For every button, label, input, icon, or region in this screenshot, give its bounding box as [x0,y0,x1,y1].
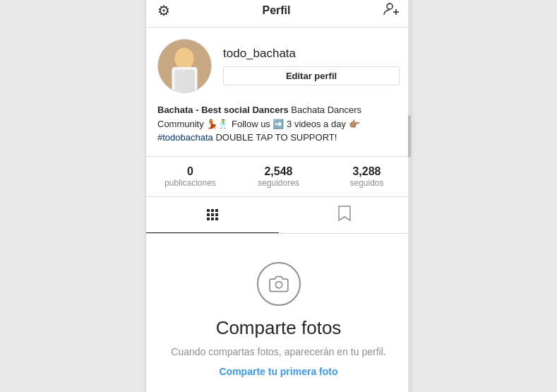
scrollbar-track [408,0,411,392]
svg-point-4 [174,48,193,70]
tab-grid[interactable] [146,197,279,233]
svg-point-8 [275,281,282,287]
stat-followers[interactable]: 2,548 seguidores [234,165,323,188]
settings-icon[interactable]: ⚙ [157,2,170,19]
username: todo_bachata [223,47,400,61]
bio-bold: Bachata - Best social Dancers [157,105,289,115]
svg-point-0 [387,4,393,9]
profile-top: todo_bachata Editar perfil [157,39,400,93]
bookmark-icon [338,206,351,225]
grid-icon [207,209,218,220]
hashtag-link[interactable]: #todobachata [157,132,213,143]
stat-following-number: 3,288 [323,165,411,178]
header-title: Perfil [262,4,290,17]
bio: Bachata - Best social Dancers Bachata Da… [157,103,400,145]
tab-saved[interactable] [279,197,412,233]
empty-state: Comparte fotos Cuando compartas fotos, a… [146,234,411,392]
svg-rect-7 [184,70,195,93]
stat-publications[interactable]: 0 publicaciones [146,165,234,188]
svg-rect-6 [174,70,185,93]
empty-title: Comparte fotos [216,317,342,339]
share-first-photo-link[interactable]: Comparte tu primera foto [219,366,337,377]
stat-publications-number: 0 [146,165,234,178]
stat-publications-label: publicaciones [146,178,234,188]
add-user-icon[interactable] [383,1,400,20]
profile-section: todo_bachata Editar perfil Bachata - Bes… [146,28,411,156]
tabs-section [146,197,411,234]
stat-followers-number: 2,548 [234,165,323,178]
stat-following-label: seguidos [323,178,411,188]
camera-circle [257,262,301,306]
profile-info: todo_bachata Editar perfil [223,47,400,85]
avatar [157,39,212,93]
empty-subtitle: Cuando compartas fotos, aparecerán en tu… [171,346,385,357]
phone-frame: ⚙ Perfil t [146,0,411,392]
stat-followers-label: seguidores [234,178,323,188]
camera-icon [269,274,289,294]
stats-section: 0 publicaciones 2,548 seguidores 3,288 s… [146,156,411,197]
edit-profile-button[interactable]: Editar perfil [223,66,400,85]
stat-following[interactable]: 3,288 seguidos [323,165,411,188]
header: ⚙ Perfil [146,0,411,28]
scrollbar-thumb[interactable] [408,115,411,158]
